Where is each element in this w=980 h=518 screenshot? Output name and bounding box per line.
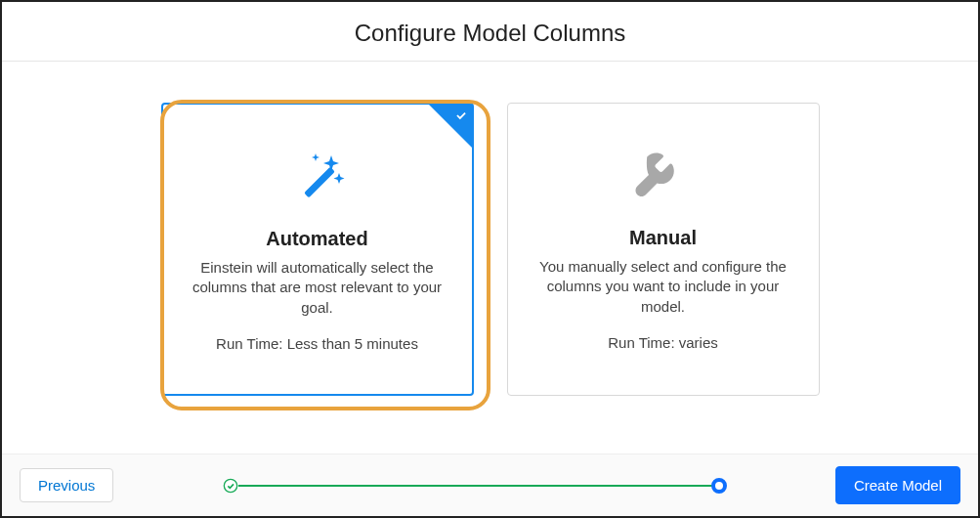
option-card-automated[interactable]: Automated Einstein will automatically se… [161, 103, 474, 396]
option-card-manual[interactable]: Manual You manually select and configure… [507, 103, 820, 396]
page-title: Configure Model Columns [2, 20, 978, 47]
step-current-icon [711, 478, 727, 494]
progress-indicator [113, 454, 835, 516]
options-container: Automated Einstein will automatically se… [2, 62, 978, 396]
card-title-manual: Manual [530, 227, 797, 249]
wrench-icon [530, 139, 797, 217]
card-runtime-automated: Run Time: Less than 5 minutes [185, 335, 450, 352]
magic-wand-icon [185, 140, 450, 218]
card-runtime-manual: Run Time: varies [530, 334, 797, 351]
wizard-footer: Previous Create Model [2, 453, 978, 516]
card-title-automated: Automated [185, 228, 450, 250]
svg-point-3 [224, 479, 236, 492]
progress-line [231, 485, 719, 487]
page-header: Configure Model Columns [2, 2, 978, 62]
previous-button[interactable]: Previous [20, 468, 113, 502]
card-desc-manual: You manually select and configure the co… [530, 257, 797, 317]
check-icon [454, 108, 468, 125]
card-desc-automated: Einstein will automatically select the c… [185, 258, 450, 318]
step-complete-icon [223, 478, 238, 494]
create-model-button[interactable]: Create Model [835, 466, 960, 504]
